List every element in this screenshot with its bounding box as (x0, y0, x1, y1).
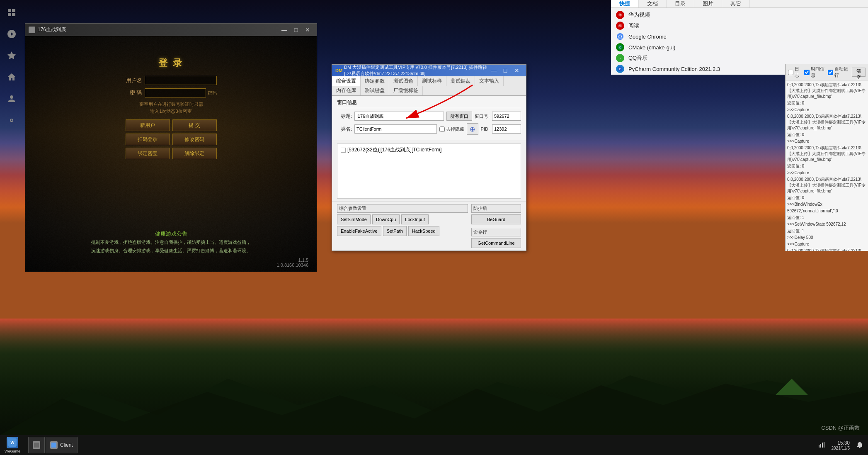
dm-tab-slow-mark[interactable]: 厂缓慢标签 (389, 86, 423, 95)
game-titlebar[interactable]: 176血战到底 — □ ✕ (25, 24, 317, 36)
game-content: 登 录 用户名 密 码 密码 密室用户在进行账号验证时只需输入1次动态3位密室 … (25, 36, 317, 272)
tab-images[interactable]: 图片 (694, 0, 722, 7)
dm-titlebar[interactable]: DM DM 大漠插件绑定测试工具VIP专用 v70.0 插件版本号[7.2213… (332, 65, 526, 76)
game-title-text: 176血战到底 (38, 26, 279, 33)
log-content: 0,0,2000,2000,'D:\易语言软件\da7.2213\【大漠上传】大… (786, 80, 868, 251)
btn-enable-fake-active[interactable]: EnableFakeActive (337, 226, 381, 236)
svg-rect-26 (819, 445, 820, 448)
username-label: 用户名 (126, 77, 142, 84)
change-pwd-btn[interactable]: 修改密码 (172, 134, 217, 145)
submit-btn[interactable]: 提 交 (172, 119, 217, 131)
login-hint: 密室用户在进行账号验证时只需输入1次动态3位密室 (139, 101, 203, 114)
time-info-checkbox-label[interactable]: 时间信息 (804, 66, 826, 78)
rp-item-chrome[interactable]: Google Chrome (611, 31, 868, 42)
wi-hwnd-input[interactable] (492, 112, 521, 121)
btn-be-guard[interactable]: BeGuard (471, 214, 521, 224)
dm-tab-general[interactable]: 综合设置 (332, 76, 361, 86)
btn-set-sim-mode[interactable]: SetSimMode (337, 214, 371, 224)
dm-tab-bind-params[interactable]: 绑定参数 (361, 76, 389, 86)
sidebar-icon-3[interactable] (2, 46, 21, 65)
health-line2: 沉迷游戏伤身。合理安排游戏，享受健康生活。严厉打击赌博，营造和谐环境。 (91, 247, 251, 255)
new-user-btn[interactable]: 新用户 (126, 119, 170, 131)
params-btn-group-1: SetSimMode DownCpu LockInput (337, 214, 468, 224)
dm-tabs: 综合设置 绑定参数 测试图色 测试标样 测试键盘 文本输入 内存仓库 测试键盘 … (332, 76, 526, 96)
btn-hack-speed[interactable]: HackSpeed (408, 226, 439, 236)
wi-class-input[interactable] (354, 124, 437, 134)
sidebar-icon-home[interactable] (2, 68, 21, 86)
tree-view[interactable]: [592672(32位)][176血战到底][TClientForm] (337, 144, 521, 199)
sidebar-icon-settings[interactable] (2, 111, 21, 129)
notification-icon[interactable] (856, 442, 863, 448)
sidebar-icon-2[interactable] (2, 25, 21, 43)
wi-title-input[interactable] (354, 112, 444, 121)
health-notice: 健康游戏公告 抵制不良游戏，拒绝盗版游戏。注意自我保护，谨防受骗上当。适度游戏益… (91, 229, 251, 255)
password-input[interactable] (145, 88, 206, 97)
taskbar-client-window[interactable]: Client (46, 437, 78, 453)
taskbar-wegame[interactable]: W WeGame (3, 436, 22, 454)
log-line: 返回值: 1 (787, 215, 866, 221)
dm-tab-keyboard2[interactable]: 测试键盘 (361, 86, 389, 95)
username-input[interactable] (145, 76, 217, 85)
rp-item-cmake[interactable]: C CMake (cmake-gui) (611, 42, 868, 53)
rp-item-read[interactable]: 阅 阅读 (611, 20, 868, 31)
dm-close-btn[interactable]: ✕ (511, 66, 523, 75)
log-line: >>>Capture (787, 170, 866, 176)
wi-hide-checkbox[interactable] (439, 127, 445, 132)
svg-rect-19 (12, 9, 15, 12)
log-checkbox-label[interactable]: 日志 (788, 66, 802, 78)
sidebar-icon-1[interactable] (2, 3, 21, 22)
rp-item-qq-music[interactable]: ♪ QQ音乐 (611, 53, 868, 63)
log-line: 0,0,2000,2000,'D:\易语言软件\da7.2213\【大漠上传】大… (787, 177, 866, 194)
unbind-btn[interactable]: 解除绑定 (172, 148, 217, 159)
tab-docs[interactable]: 文档 (639, 0, 667, 7)
version-number: 1.1.5 (277, 258, 308, 263)
game-maximize-btn[interactable]: □ (290, 25, 302, 34)
csdn-watermark: CSDN @正函数 (821, 424, 860, 432)
svg-rect-18 (8, 9, 11, 12)
tab-dir[interactable]: 目录 (667, 0, 694, 7)
btn-get-cmd-line[interactable]: GetCommandLine (471, 238, 521, 248)
wi-all-windows-btn[interactable]: 所有窗口 (446, 112, 472, 121)
tab-quick[interactable]: 快捷 (611, 0, 639, 7)
tree-item-0[interactable]: [592672(32位)][176血战到底][TClientForm] (339, 146, 519, 154)
sidebar-icon-user[interactable] (2, 90, 21, 108)
taskbar-items: Client (28, 437, 78, 453)
game-minimize-btn[interactable]: — (279, 25, 290, 34)
dm-tab-test-mark[interactable]: 测试标样 (418, 76, 446, 86)
clear-log-btn[interactable]: 清空 (852, 68, 866, 77)
wi-hide-label: 去掉隐藏 (446, 126, 464, 132)
time-info-checkbox[interactable] (804, 70, 810, 75)
dm-maximize-btn[interactable]: □ (499, 66, 511, 75)
read-icon: 阅 (616, 22, 624, 30)
btn-set-path[interactable]: SetPath (383, 226, 407, 236)
dm-window: DM DM 大漠插件绑定测试工具VIP专用 v70.0 插件版本号[7.2213… (332, 64, 526, 251)
log-line: 0,0,2000,2000,'D:\易语言软件\da7.2213\【大漠上传】大… (787, 114, 866, 131)
taskbar-game-window[interactable] (28, 437, 45, 453)
wi-hide-checkbox-label[interactable]: 去掉隐藏 (439, 126, 464, 132)
build-number: 1.0.8160.10346 (277, 263, 308, 268)
btn-lock-input[interactable]: LockInput (401, 214, 429, 224)
auto-run-checkbox-label[interactable]: 自动运行 (828, 66, 849, 78)
rp-item-huawei[interactable]: 华 华为视频 (611, 10, 868, 20)
log-line: >>>BindWindowEx (787, 202, 866, 207)
password-hint-text: 密码 (208, 90, 217, 96)
tree-checkbox-0[interactable] (341, 148, 346, 153)
taskbar-left: W WeGame (0, 436, 25, 454)
btn-down-cpu[interactable]: DownCpu (372, 214, 400, 224)
tab-other[interactable]: 其它 (722, 0, 750, 7)
log-line: 0,0,2000,2000,'D:\易语言软件\da7.2213\【大漠上传】大… (787, 82, 866, 100)
dm-tab-keyboard[interactable]: 测试键盘 (446, 76, 475, 86)
game-close-btn[interactable]: ✕ (302, 25, 313, 34)
dm-tab-text-input[interactable]: 文本输入 (475, 76, 504, 86)
log-checkbox[interactable] (788, 70, 793, 75)
wi-finder-icon[interactable]: ⊕ (467, 123, 478, 135)
log-line: >>>SetWindowState 592672,12 (787, 221, 866, 227)
params-section: 综合参数设置 SetSimMode DownCpu LockInput Enab… (337, 204, 521, 248)
auto-run-checkbox[interactable] (828, 70, 833, 75)
dm-tab-memory[interactable]: 内存仓库 (332, 86, 361, 95)
dm-tab-test-color[interactable]: 测试图色 (389, 76, 418, 86)
dm-minimize-btn[interactable]: — (488, 66, 499, 75)
qr-login-btn[interactable]: 扫码登录 (126, 134, 170, 145)
bind-treasure-btn[interactable]: 绑定密宝 (126, 148, 170, 159)
wi-pid-input[interactable] (492, 124, 521, 134)
